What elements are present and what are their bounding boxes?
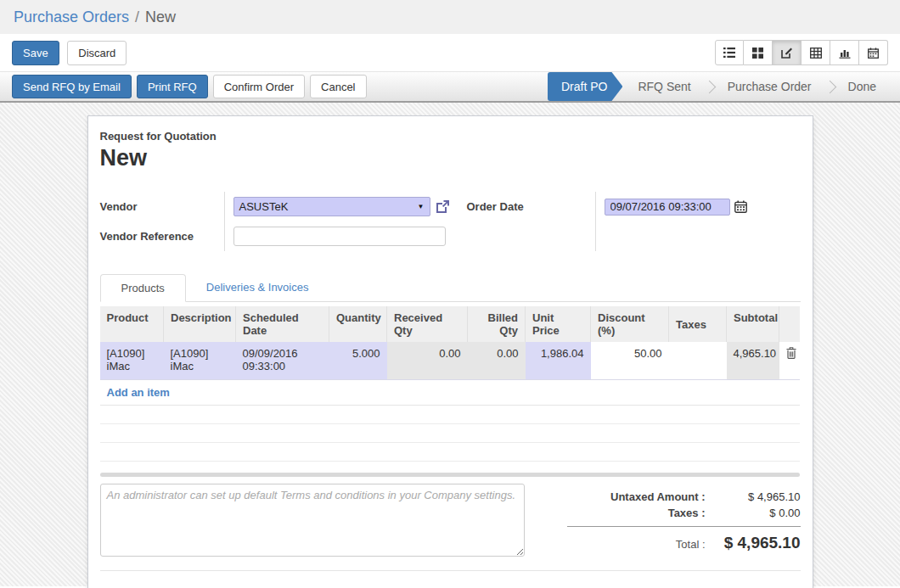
empty-row (100, 442, 800, 461)
taxes-label: Taxes : (668, 507, 706, 519)
breadcrumb-bar: Purchase Orders / New (0, 0, 900, 34)
col-discount[interactable]: Discount (%) (591, 306, 669, 342)
control-bar: Save Discard (0, 34, 900, 71)
chevron-right-icon (823, 80, 836, 93)
col-product[interactable]: Product (100, 306, 164, 342)
cell-description[interactable]: [A1090] iMac (164, 342, 236, 379)
sheet-bottom-divider (100, 570, 801, 582)
empty-row (100, 405, 800, 423)
tab-products[interactable]: Products (100, 274, 186, 302)
left-field-labels: Vendor Vendor Reference (100, 192, 225, 251)
breadcrumb-parent-link[interactable]: Purchase Orders (14, 8, 129, 26)
kanban-view-icon (752, 48, 763, 59)
action-status-bar: Send RFQ by Email Print RFQ Confirm Orde… (0, 71, 900, 103)
calendar-view-icon (868, 48, 879, 59)
cell-subtotal: 4,965.10 (727, 342, 779, 379)
vendor-label: Vendor (100, 200, 138, 213)
vendor-reference-label: Vendor Reference (100, 230, 194, 243)
empty-row (100, 423, 800, 442)
status-step-purchase-order[interactable]: Purchase Order (716, 72, 824, 101)
cell-unit-price[interactable]: 1,986.04 (526, 342, 591, 379)
sheet-footer: Untaxed Amount : $ 4,965.10 Taxes : $ 0.… (100, 484, 801, 557)
add-item-row: Add an item (100, 379, 800, 405)
record-buttons: Save Discard (12, 41, 127, 65)
total-value: $ 4,965.10 (706, 534, 801, 552)
kanban-view-button[interactable] (744, 40, 773, 65)
view-switcher (715, 40, 888, 65)
vendor-select[interactable]: ASUSTeK ▼ (233, 197, 430, 216)
col-taxes[interactable]: Taxes (669, 306, 727, 342)
right-field-group: Order Date (467, 192, 801, 251)
print-rfq-button[interactable]: Print RFQ (137, 75, 208, 98)
cell-product[interactable]: [A1090] iMac (100, 342, 164, 379)
col-received-qty[interactable]: Received Qty (387, 306, 468, 342)
cell-delete[interactable] (779, 342, 800, 379)
col-subtotal[interactable]: Subtotal (727, 306, 779, 342)
document-type-label: Request for Quotation (100, 130, 801, 143)
total-label: Total : (676, 538, 706, 551)
left-field-inputs: ASUSTeK ▼ (225, 192, 450, 251)
tab-deliveries-invoices[interactable]: Deliveries & Invoices (186, 274, 329, 302)
cell-taxes[interactable] (669, 342, 727, 379)
list-view-button[interactable] (715, 40, 744, 65)
col-scheduled-date[interactable]: Scheduled Date (236, 306, 329, 342)
field-groups: Vendor Vendor Reference ASUSTeK ▼ (100, 192, 801, 251)
graph-view-icon (839, 48, 851, 59)
breadcrumb-current: New (145, 8, 176, 26)
table-header-row: Product Description Scheduled Date Quant… (100, 306, 800, 342)
caret-down-icon: ▼ (418, 203, 425, 210)
order-lines-table: Product Description Scheduled Date Quant… (100, 306, 800, 462)
taxes-value: $ 0.00 (706, 507, 801, 519)
right-field-labels: Order Date (467, 192, 596, 251)
order-date-input[interactable] (605, 199, 730, 216)
cell-quantity[interactable]: 5.000 (329, 342, 387, 379)
cell-billed-qty: 0.00 (468, 342, 526, 379)
terms-and-conditions-textarea[interactable] (100, 484, 525, 557)
calendar-view-button[interactable] (859, 40, 888, 65)
col-description[interactable]: Description (164, 306, 236, 342)
col-actions (779, 306, 800, 342)
vendor-select-value: ASUSTeK (239, 200, 418, 213)
chevron-right-icon (702, 80, 716, 93)
right-field-inputs (596, 192, 801, 251)
table-horizontal-scrollbar[interactable] (100, 473, 800, 477)
totals-divider (567, 526, 801, 527)
calendar-icon[interactable] (734, 200, 747, 213)
cell-received-qty: 0.00 (387, 342, 468, 379)
cancel-button[interactable]: Cancel (310, 75, 366, 98)
form-view-icon (781, 47, 793, 59)
pivot-view-icon (810, 48, 822, 59)
list-view-icon (723, 48, 735, 58)
discard-button[interactable]: Discard (67, 41, 127, 65)
untaxed-amount-label: Untaxed Amount : (610, 490, 705, 503)
form-sheet: Request for Quotation New Vendor Vendor … (87, 115, 813, 588)
trash-icon[interactable] (786, 349, 796, 361)
workflow-buttons: Send RFQ by Email Print RFQ Confirm Orde… (12, 75, 367, 98)
left-field-group: Vendor Vendor Reference ASUSTeK ▼ (100, 192, 450, 251)
confirm-order-button[interactable]: Confirm Order (213, 75, 305, 98)
pivot-view-button[interactable] (802, 40, 830, 65)
save-button[interactable]: Save (12, 41, 59, 65)
external-link-icon[interactable] (436, 199, 450, 214)
add-an-item-link[interactable]: Add an item (107, 386, 170, 399)
status-step-done[interactable]: Done (836, 72, 888, 101)
order-line-row[interactable]: [A1090] iMac [A1090] iMac 09/09/2016 09:… (100, 342, 800, 379)
form-view-button[interactable] (773, 40, 802, 65)
col-unit-price[interactable]: Unit Price (526, 306, 591, 342)
order-date-label: Order Date (467, 200, 524, 213)
status-steps: Draft PO RFQ Sent Purchase Order Done (548, 72, 888, 101)
col-quantity[interactable]: Quantity (329, 306, 387, 342)
send-rfq-email-button[interactable]: Send RFQ by Email (12, 75, 132, 98)
status-step-draft-po[interactable]: Draft PO (548, 72, 622, 101)
form-view-background: Request for Quotation New Vendor Vendor … (0, 103, 900, 586)
notebook-tabs: Products Deliveries & Invoices (100, 273, 801, 302)
col-billed-qty[interactable]: Billed Qty (468, 306, 526, 342)
totals-block: Untaxed Amount : $ 4,965.10 Taxes : $ 0.… (525, 484, 801, 557)
status-step-rfq-sent[interactable]: RFQ Sent (626, 72, 702, 101)
graph-view-button[interactable] (830, 40, 859, 65)
cell-discount[interactable]: 50.00 (591, 342, 669, 379)
vendor-reference-input[interactable] (233, 227, 446, 246)
untaxed-amount-value: $ 4,965.10 (706, 490, 801, 503)
breadcrumb-separator: / (135, 8, 139, 26)
cell-scheduled-date[interactable]: 09/09/2016 09:33:00 (236, 342, 329, 379)
